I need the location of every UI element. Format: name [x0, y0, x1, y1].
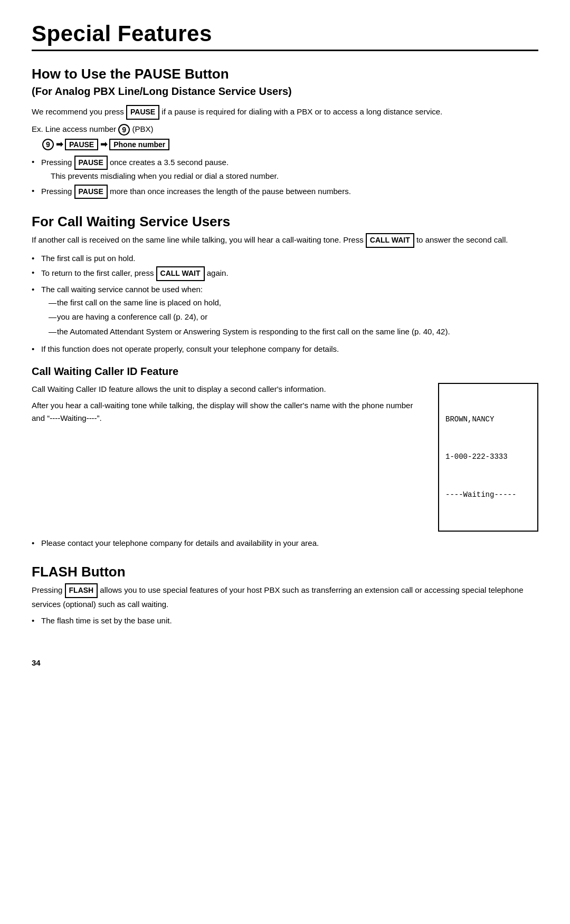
- call-waiting-title: For Call Waiting Service Users: [32, 214, 538, 230]
- display-line3: ----Waiting-----: [445, 489, 531, 502]
- pause-section-title: How to Use the PAUSE Button: [32, 66, 538, 82]
- flash-bullet-1-text: The flash time is set by the base unit.: [41, 616, 172, 625]
- caller-id-subsection: Call Waiting Caller ID Feature Call Wait…: [32, 365, 538, 549]
- caller-id-note-text: Please contact your telephone company fo…: [41, 538, 319, 547]
- pause-bullet-1-key: PAUSE: [74, 156, 108, 170]
- pause-bullet-2-key: PAUSE: [74, 185, 108, 199]
- call-waiting-section: For Call Waiting Service Users If anothe…: [32, 214, 538, 549]
- page-number: 34: [32, 658, 538, 667]
- flash-key: FLASH: [65, 583, 98, 598]
- cw-sub-bullet-3: the Automated Attendant System or Answer…: [41, 325, 538, 338]
- seq-num: 9: [42, 139, 54, 150]
- flash-title: FLASH Button: [32, 564, 538, 580]
- flash-text1: allows you to use special features of yo…: [32, 585, 523, 609]
- caller-id-title: Call Waiting Caller ID Feature: [32, 365, 538, 378]
- cw-sub-bullet-1: the first call on the same line is place…: [41, 296, 538, 309]
- cw-bullet-3: The call waiting service cannot be used …: [32, 283, 538, 338]
- cw-bullet-3-text: The call waiting service cannot be used …: [41, 285, 203, 294]
- pause-bullet-1-sub: This prevents misdialing when you redial…: [41, 170, 538, 182]
- cw-sub-bullet-2: you are having a conference call (p. 24)…: [41, 311, 538, 323]
- cw-bullet-2-text2: again.: [205, 268, 229, 277]
- pause-bullet-1-text2: once creates a 3.5 second pause.: [108, 158, 229, 167]
- caller-id-text2: After you hear a call-waiting tone while…: [32, 399, 425, 424]
- ex-label: Ex. Line access number: [32, 124, 118, 133]
- pause-bullet-1-text1: Pressing: [41, 158, 74, 167]
- caller-id-note-list: Please contact your telephone company fo…: [32, 537, 538, 549]
- title-divider: [32, 50, 538, 51]
- page-title: Special Features: [32, 21, 538, 46]
- pause-intro-text1: We recommend you press: [32, 107, 126, 116]
- flash-bullets: The flash time is set by the base unit.: [32, 614, 538, 627]
- caller-id-container: Call Waiting Caller ID feature allows th…: [32, 383, 538, 532]
- flash-bullet-1: The flash time is set by the base unit.: [32, 614, 538, 627]
- call-wait-key: CALL WAIT: [366, 233, 414, 248]
- display-line2: 1-000-222-3333: [445, 451, 531, 464]
- seq-pause-key: PAUSE: [65, 139, 98, 150]
- pause-bullets: Pressing PAUSE once creates a 3.5 second…: [32, 156, 538, 199]
- pause-section-subtitle: (For Analog PBX Line/Long Distance Servi…: [32, 85, 538, 98]
- cw-sub-bullets: the first call on the same line is place…: [41, 296, 538, 338]
- cw-bullet-2-text1: To return to the first caller, press: [41, 268, 156, 277]
- arrow1: ➡: [56, 139, 63, 149]
- cw-bullet-2-key: CALL WAIT: [156, 266, 205, 281]
- cw-bullet-1-text: The first call is put on hold.: [41, 254, 135, 263]
- cw-bullets: The first call is put on hold. To return…: [32, 252, 538, 355]
- caller-id-note: Please contact your telephone company fo…: [32, 537, 538, 549]
- display-line1: BROWN,NANCY: [445, 413, 531, 426]
- pause-bullet-2-text2: more than once increases the length of t…: [108, 186, 351, 195]
- flash-pressing-label: Pressing: [32, 585, 65, 594]
- pause-intro: We recommend you press PAUSE if a pause …: [32, 105, 538, 120]
- flash-intro: Pressing FLASH allows you to use special…: [32, 583, 538, 610]
- caller-id-text-block: Call Waiting Caller ID feature allows th…: [32, 383, 425, 428]
- arrow2: ➡: [100, 139, 107, 149]
- dialing-sequence: 9 ➡ PAUSE ➡ Phone number: [42, 139, 538, 150]
- flash-section: FLASH Button Pressing FLASH allows you t…: [32, 564, 538, 627]
- cw-intro-text1: If another call is received on the same …: [32, 235, 366, 244]
- ex-suffix: (PBX): [130, 124, 153, 133]
- pause-key-inline: PAUSE: [126, 105, 159, 120]
- seq-phone: Phone number: [109, 139, 169, 150]
- pause-bullet-2-text1: Pressing: [41, 186, 74, 195]
- cw-bullet-1: The first call is put on hold.: [32, 252, 538, 264]
- caller-id-text1: Call Waiting Caller ID feature allows th…: [32, 383, 425, 395]
- call-waiting-intro: If another call is received on the same …: [32, 233, 538, 248]
- cw-bullet-4-text: If this function does not operate proper…: [41, 344, 339, 353]
- ex-line: Ex. Line access number 9 (PBX): [32, 124, 538, 136]
- cw-bullet-4: If this function does not operate proper…: [32, 343, 538, 355]
- pause-section: How to Use the PAUSE Button (For Analog …: [32, 66, 538, 199]
- cw-intro-text2: to answer the second call.: [414, 235, 508, 244]
- pause-bullet-1: Pressing PAUSE once creates a 3.5 second…: [32, 156, 538, 182]
- pause-intro-text2: if a pause is required for dialing with …: [159, 107, 442, 116]
- caller-id-display: BROWN,NANCY 1-000-222-3333 ----Waiting--…: [438, 383, 538, 532]
- cw-bullet-2: To return to the first caller, press CAL…: [32, 266, 538, 281]
- circle-num-9: 9: [118, 124, 130, 136]
- pause-bullet-2: Pressing PAUSE more than once increases …: [32, 185, 538, 199]
